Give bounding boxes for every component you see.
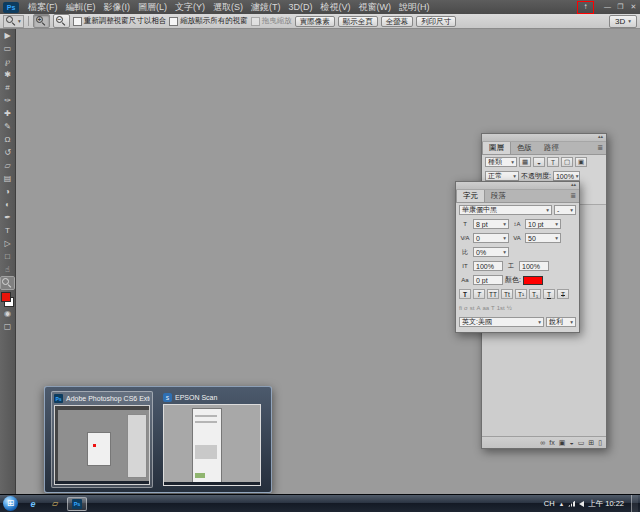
thumbnail-photoshop[interactable]: Ps Adobe Photoshop CS6 Exten... bbox=[51, 391, 153, 488]
history-brush-tool[interactable] bbox=[1, 147, 14, 159]
restore-button[interactable]: ❐ bbox=[614, 0, 627, 14]
horizontal-scale-input[interactable]: 100% bbox=[519, 261, 549, 271]
tab-character[interactable]: 字元 bbox=[456, 190, 485, 202]
menu-select[interactable]: 選取(S) bbox=[209, 0, 247, 14]
zoom-in-button[interactable]: + bbox=[33, 14, 50, 28]
stylistic-alt-icon[interactable]: aa bbox=[482, 305, 489, 311]
taskbar-item-ie[interactable]: e bbox=[23, 497, 43, 511]
dodge-tool[interactable] bbox=[1, 199, 14, 211]
menu-layer[interactable]: 圖層(L) bbox=[134, 0, 171, 14]
new-group-icon[interactable]: ▭ bbox=[578, 439, 585, 447]
layer-mask-icon[interactable]: ▣ bbox=[559, 439, 566, 447]
brush-tool[interactable] bbox=[1, 121, 14, 133]
lasso-tool[interactable] bbox=[1, 56, 14, 68]
panel-menu-icon[interactable] bbox=[594, 142, 606, 154]
fractions-icon[interactable]: ½ bbox=[507, 305, 512, 311]
font-size-input[interactable]: 8 pt bbox=[473, 219, 509, 229]
menu-window[interactable]: 視窗(W) bbox=[355, 0, 396, 14]
antialias-select[interactable]: 銳利 bbox=[546, 317, 576, 327]
taskbar-item-photoshop[interactable]: Ps bbox=[67, 497, 87, 511]
foreground-color-swatch[interactable] bbox=[1, 292, 11, 302]
swash-icon[interactable]: A bbox=[476, 305, 480, 311]
filter-smartobj-icon[interactable]: ▣ bbox=[575, 157, 587, 167]
fit-screen-button[interactable]: 顯示全頁 bbox=[338, 16, 378, 27]
language-select[interactable]: 英文:美國 bbox=[459, 317, 544, 327]
resize-windows-checkbox[interactable]: 重新調整視窗尺寸以相合 bbox=[73, 16, 167, 26]
adjustment-layer-icon[interactable]: ◒ bbox=[569, 439, 573, 446]
eraser-tool[interactable] bbox=[1, 160, 14, 172]
strikethrough-button[interactable]: T bbox=[557, 289, 569, 299]
photoshop-window-preview[interactable] bbox=[54, 405, 150, 485]
menu-3d[interactable]: 3D(D) bbox=[285, 0, 317, 14]
actual-pixels-button[interactable]: 實際像素 bbox=[295, 16, 335, 27]
eyedropper-tool[interactable] bbox=[1, 95, 14, 107]
leading-input[interactable]: 10 pt bbox=[525, 219, 561, 229]
zoom-out-button[interactable]: − bbox=[53, 14, 70, 28]
epson-window-preview[interactable] bbox=[163, 404, 261, 486]
screen-mode-button[interactable] bbox=[1, 321, 14, 333]
crop-tool[interactable] bbox=[1, 82, 14, 94]
filter-kind-select[interactable]: 種類 bbox=[485, 157, 517, 167]
tab-channels[interactable]: 色版 bbox=[511, 142, 538, 154]
clone-stamp-tool[interactable] bbox=[1, 134, 14, 146]
tab-layers[interactable]: 圖層 bbox=[482, 142, 511, 154]
workspace-switcher[interactable]: 3D ▾ bbox=[609, 15, 637, 28]
menu-type[interactable]: 文字(Y) bbox=[171, 0, 209, 14]
menu-filter[interactable]: 濾鏡(T) bbox=[247, 0, 285, 14]
hand-tool[interactable] bbox=[1, 264, 14, 276]
path-selection-tool[interactable] bbox=[1, 238, 14, 250]
print-size-button[interactable]: 列印尺寸 bbox=[416, 16, 456, 27]
ordinals-icon[interactable]: 1st bbox=[497, 305, 505, 311]
faux-italic-button[interactable]: T bbox=[473, 289, 485, 299]
panel-drag-bar[interactable] bbox=[482, 134, 606, 142]
filter-shape-icon[interactable]: ▢ bbox=[561, 157, 573, 167]
discretionary-lig-icon[interactable]: st bbox=[470, 305, 475, 311]
quick-selection-tool[interactable] bbox=[1, 69, 14, 81]
panel-drag-bar[interactable] bbox=[456, 182, 579, 190]
faux-bold-button[interactable]: T bbox=[459, 289, 471, 299]
filter-pixel-icon[interactable]: ▦ bbox=[519, 157, 531, 167]
zoom-all-windows-checkbox[interactable]: 縮放顯示所有的視窗 bbox=[169, 16, 248, 26]
minimize-button[interactable]: — bbox=[601, 0, 614, 14]
small-caps-button[interactable]: Tt bbox=[501, 289, 513, 299]
menu-view[interactable]: 檢視(V) bbox=[317, 0, 355, 14]
panel-menu-icon[interactable] bbox=[567, 190, 579, 202]
shape-tool[interactable] bbox=[1, 251, 14, 263]
thumbnail-epson-scan[interactable]: S EPSON Scan bbox=[161, 391, 263, 488]
titling-alt-icon[interactable]: T bbox=[491, 305, 495, 311]
tool-preset-picker[interactable]: ▾ bbox=[3, 15, 24, 28]
taskbar-item-explorer[interactable]: ▱ bbox=[45, 497, 65, 511]
fill-screen-button[interactable]: 全螢幕 bbox=[381, 16, 414, 27]
ligatures-icon[interactable]: ﬁ bbox=[459, 305, 462, 311]
new-layer-icon[interactable]: ⊞ bbox=[588, 439, 594, 447]
kerning-input[interactable]: 0 bbox=[473, 233, 509, 243]
marquee-tool[interactable] bbox=[1, 43, 14, 55]
subscript-button[interactable]: T₁ bbox=[529, 289, 541, 299]
filter-adjustment-icon[interactable]: ◒ bbox=[533, 157, 545, 167]
vertical-scale-input[interactable]: 100% bbox=[473, 261, 503, 271]
close-button[interactable]: ✕ bbox=[627, 0, 640, 14]
font-style-select[interactable]: - bbox=[554, 205, 576, 215]
quick-mask-button[interactable] bbox=[1, 308, 14, 320]
baseline-shift-input[interactable]: 0 pt bbox=[473, 275, 503, 285]
font-family-select[interactable]: 華康儷中黑 bbox=[459, 205, 552, 215]
tab-paragraph[interactable]: 段落 bbox=[485, 190, 512, 202]
menu-file[interactable]: 檔案(F) bbox=[24, 0, 62, 14]
underline-button[interactable]: T bbox=[543, 289, 555, 299]
contextual-alt-icon[interactable]: σ bbox=[464, 305, 468, 311]
delete-layer-icon[interactable]: ▯ bbox=[598, 439, 602, 447]
superscript-button[interactable]: T¹ bbox=[515, 289, 527, 299]
menu-help[interactable]: 說明(H) bbox=[395, 0, 434, 14]
all-caps-button[interactable]: TT bbox=[487, 289, 499, 299]
healing-brush-tool[interactable] bbox=[1, 108, 14, 120]
volume-icon[interactable] bbox=[579, 501, 584, 507]
network-icon[interactable] bbox=[568, 501, 575, 507]
input-language-indicator[interactable]: CH bbox=[544, 499, 555, 508]
link-layers-icon[interactable]: ∞ bbox=[540, 439, 545, 446]
filter-type-icon[interactable]: T bbox=[547, 157, 559, 167]
zoom-tool[interactable] bbox=[1, 277, 14, 289]
opacity-input[interactable]: 100% bbox=[553, 171, 580, 181]
layer-style-icon[interactable]: fx bbox=[549, 439, 554, 446]
menu-image[interactable]: 影像(I) bbox=[100, 0, 135, 14]
blend-mode-select[interactable]: 正常 bbox=[485, 171, 519, 181]
